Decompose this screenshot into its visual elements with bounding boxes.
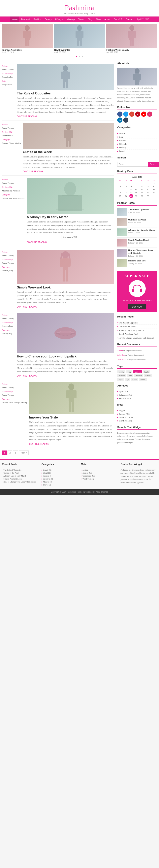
- buy-now-button[interactable]: BUY NOW: [128, 304, 146, 309]
- nav-contact[interactable]: Contact: [124, 17, 135, 22]
- tag-nature[interactable]: nature: [144, 374, 152, 377]
- footer-cat-1[interactable]: ▸ Beauty (1): [41, 468, 78, 471]
- dot-1[interactable]: [76, 56, 77, 57]
- nav-docs[interactable]: Docs 2.7: [112, 17, 124, 22]
- nav-fashion[interactable]: Fashion: [32, 17, 43, 22]
- continue-reading-6[interactable]: CONTINUE READING: [29, 443, 49, 445]
- svg-rect-30: [58, 195, 82, 211]
- footer-cat-5[interactable]: ▸ Makeup (2): [41, 480, 78, 483]
- archive-feb[interactable]: ▸ February 2016: [117, 393, 157, 397]
- tag-makeup[interactable]: makeup: [134, 374, 143, 377]
- archive-april[interactable]: ▸ April 2016: [117, 390, 157, 393]
- continue-reading-3[interactable]: CONTINUE READING: [27, 241, 47, 243]
- footer-meta-3[interactable]: ▸ Comments RSS: [81, 474, 118, 477]
- nav-home[interactable]: Home: [10, 17, 19, 22]
- archive-jan[interactable]: ▸ January 2016: [117, 397, 157, 400]
- footer-cat-6[interactable]: ▸ Travel (3): [41, 483, 78, 486]
- tag-trends[interactable]: trends: [139, 378, 147, 381]
- footer-cat-3[interactable]: ▸ Fashion (5): [41, 474, 78, 477]
- page-btn-3[interactable]: 3: [13, 451, 18, 455]
- popular-post-item-6[interactable]: Improve Your Style January 26, 2016: [117, 258, 157, 268]
- social-tumblr[interactable]: t: [123, 118, 128, 123]
- post-author-label: Author:: [2, 64, 15, 68]
- dot-2[interactable]: [79, 56, 80, 57]
- cat-blog[interactable]: ▸ Blog: [117, 135, 157, 139]
- widget-super-sale: SUPER SALE BEATS BY DR DRE SOLO HD BUY N…: [117, 271, 157, 312]
- cat-lifestyle[interactable]: ▸ Lifestyle: [117, 142, 157, 146]
- meta-login[interactable]: ▸ Log in: [117, 409, 157, 412]
- page-btn-2[interactable]: 2: [7, 451, 12, 455]
- popular-post-item-4[interactable]: Simple Weekend Look February 23, 2016: [117, 238, 157, 248]
- footer-cat-4[interactable]: ▸ Lifestyle (6): [41, 477, 78, 480]
- nav-shop[interactable]: Shop: [94, 17, 102, 22]
- footer-meta-4[interactable]: ▸ WordPress.org: [81, 477, 118, 480]
- footer-meta-1[interactable]: ▸ Log in: [81, 468, 118, 471]
- tag-lifestyle[interactable]: lifestyle: [117, 374, 126, 377]
- page-btn-next[interactable]: Next »: [19, 451, 29, 455]
- tag-tips[interactable]: tips: [125, 378, 130, 381]
- continue-reading-1[interactable]: CONTINUE READING: [17, 115, 37, 118]
- tag-blog[interactable]: blog: [126, 370, 133, 373]
- site-title: Pashmina: [0, 4, 159, 12]
- svg-point-31: [64, 182, 76, 196]
- nav-lifestyle[interactable]: Lifestyle: [54, 17, 65, 22]
- tag-travel[interactable]: travel: [131, 378, 138, 381]
- recent-post-5[interactable]: • How to Change your Look with Lipstick: [117, 336, 157, 340]
- social-youtube[interactable]: ▶: [141, 112, 146, 117]
- recent-post-1[interactable]: • The Rule of Opposites: [117, 321, 157, 324]
- social-googleplus[interactable]: g+: [129, 112, 134, 117]
- nav-beauty[interactable]: Beauty: [43, 17, 54, 22]
- cal-header-t: T: [123, 179, 129, 182]
- dot-3[interactable]: [82, 56, 83, 57]
- footer-recent-3[interactable]: ▸ A Sunny Day in early March: [2, 474, 38, 477]
- nav-makeup[interactable]: Makeup: [65, 17, 76, 22]
- widget-title-calendar: Post by Date: [117, 170, 157, 174]
- search-input[interactable]: [117, 162, 148, 166]
- svg-rect-36: [60, 258, 63, 267]
- tag-health[interactable]: health: [143, 370, 150, 373]
- footer-title-recent: Recent Posts: [2, 463, 38, 467]
- tag-love[interactable]: love: [127, 374, 133, 377]
- search-button[interactable]: Search: [148, 162, 159, 166]
- page-btn-1[interactable]: 1: [2, 451, 7, 455]
- cal-header-s: S: [145, 179, 151, 182]
- popular-post-item-5[interactable]: How to Change your Look with Lipstick Fe…: [117, 248, 157, 258]
- social-pinterest[interactable]: p: [135, 112, 140, 117]
- footer-cat-2[interactable]: ▸ Blog (11): [41, 471, 78, 474]
- footer-meta-2[interactable]: ▸ Entries RSS: [81, 471, 118, 474]
- popular-post-item-1[interactable]: The Rule of Opposites April 22, 2016: [117, 207, 157, 217]
- recent-post-4[interactable]: • Simple Weekend Look: [117, 332, 157, 336]
- popular-post-item-3[interactable]: A Sunny Day in early March March 5, 2016: [117, 227, 157, 238]
- meta-entries-rss[interactable]: ▸ Entries RSS: [117, 412, 157, 416]
- nav-featured[interactable]: Featured: [19, 17, 32, 22]
- social-instagram[interactable]: ig: [147, 112, 152, 117]
- meta-wordpress[interactable]: ▸ WordPress.org: [117, 419, 157, 423]
- tag-fashion[interactable]: fashion: [133, 370, 142, 373]
- cat-beauty[interactable]: ▸ Beauty: [117, 132, 157, 135]
- social-twitter[interactable]: t: [123, 112, 128, 117]
- cat-travel[interactable]: ▸ Travel: [117, 150, 157, 153]
- continue-reading-4[interactable]: CONTINUE READING: [17, 306, 37, 308]
- nav-about[interactable]: About: [102, 17, 112, 22]
- cat-makeup[interactable]: ▸ Makeup: [117, 146, 157, 150]
- recent-post-3[interactable]: • A Sunny Day in early March: [117, 329, 157, 332]
- tag-style[interactable]: style: [117, 378, 124, 381]
- continue-reading-2[interactable]: CONTINUE READING: [23, 170, 43, 173]
- footer-recent-1[interactable]: ▸ The Rule of Opposites: [2, 468, 38, 471]
- comment-1: Admin on Page with comments: [117, 348, 157, 353]
- tag-beauty[interactable]: beauty: [117, 370, 125, 373]
- nav-blog[interactable]: Blog: [86, 17, 94, 22]
- meta-comments-rss[interactable]: ▸ Comments RSS: [117, 416, 157, 419]
- nav-travel[interactable]: Travel: [76, 17, 86, 22]
- social-linkedin[interactable]: in: [117, 118, 122, 123]
- continue-reading-5[interactable]: CONTINUE READING: [17, 375, 37, 377]
- popular-post-item-2[interactable]: Outfits of the Week March 17, 2016: [117, 217, 157, 227]
- post-publisher-5: Andreea Dott: [2, 324, 15, 328]
- footer-recent-5[interactable]: ▸ How to Change your Look with Lipstick: [2, 480, 38, 483]
- footer-recent-4[interactable]: ▸ Simple Weekend Look: [2, 477, 38, 480]
- social-facebook[interactable]: f: [117, 112, 122, 117]
- cat-fashion[interactable]: ▸ Fashion: [117, 139, 157, 142]
- footer-recent-2[interactable]: ▸ Outfits of the Week: [2, 471, 38, 474]
- post-date-1: Blog Partner: [2, 83, 15, 87]
- recent-post-2[interactable]: • Outfits of the Week: [117, 324, 157, 329]
